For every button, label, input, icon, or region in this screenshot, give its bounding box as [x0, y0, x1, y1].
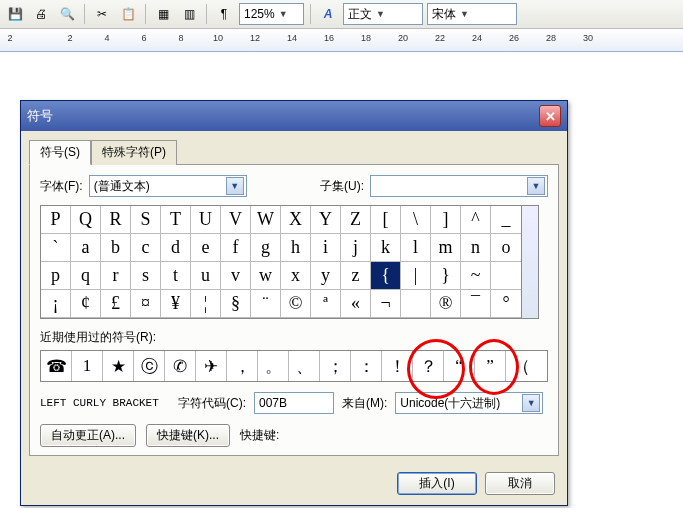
shortcut-button[interactable]: 快捷键(K)...	[146, 424, 230, 447]
grid-cell[interactable]: i	[311, 234, 341, 262]
grid-cell[interactable]: f	[221, 234, 251, 262]
grid-cell[interactable]: q	[71, 262, 101, 290]
grid-cell[interactable]: P	[41, 206, 71, 234]
cancel-button[interactable]: 取消	[485, 472, 555, 495]
grid-cell[interactable]: |	[401, 262, 431, 290]
recent-cell[interactable]: 、	[289, 351, 320, 381]
grid-cell[interactable]: m	[431, 234, 461, 262]
grid-cell[interactable]	[491, 262, 521, 290]
from-select[interactable]: Unicode(十六进制) ▼	[395, 392, 543, 414]
grid-cell[interactable]: S	[131, 206, 161, 234]
grid-cell[interactable]: `	[41, 234, 71, 262]
grid-cell[interactable]: n	[461, 234, 491, 262]
grid-cell[interactable]: ¯	[461, 290, 491, 318]
grid-cell[interactable]: s	[131, 262, 161, 290]
grid-cell[interactable]: x	[281, 262, 311, 290]
grid-cell[interactable]: ©	[281, 290, 311, 318]
grid-cell[interactable]: w	[251, 262, 281, 290]
grid-cell[interactable]: d	[161, 234, 191, 262]
grid-cell[interactable]: ¤	[131, 290, 161, 318]
recent-cell[interactable]: ！	[382, 351, 413, 381]
save-icon[interactable]: 💾	[4, 3, 26, 25]
grid-cell[interactable]: ¡	[41, 290, 71, 318]
recent-cell[interactable]: （	[506, 351, 537, 381]
grid-cell[interactable]: c	[131, 234, 161, 262]
grid-cell[interactable]: X	[281, 206, 311, 234]
grid-cell[interactable]: W	[251, 206, 281, 234]
zoom-combo[interactable]: 125% ▼	[239, 3, 304, 25]
grid-cell[interactable]: ­	[401, 290, 431, 318]
recent-cell[interactable]: ？	[413, 351, 444, 381]
grid-cell[interactable]: °	[491, 290, 521, 318]
grid-cell[interactable]: £	[101, 290, 131, 318]
grid-cell[interactable]: z	[341, 262, 371, 290]
recent-cell[interactable]: “	[444, 351, 475, 381]
subset-select[interactable]: ▼	[370, 175, 548, 197]
recent-cell[interactable]: ★	[103, 351, 134, 381]
paragraph-icon[interactable]: ¶	[213, 3, 235, 25]
recent-cell[interactable]: 。	[258, 351, 289, 381]
document-area[interactable]	[0, 52, 683, 72]
grid-cell[interactable]: ¦	[191, 290, 221, 318]
grid-cell[interactable]: ¨	[251, 290, 281, 318]
recent-cell[interactable]: ”	[475, 351, 506, 381]
grid-cell[interactable]: Z	[341, 206, 371, 234]
tab-symbols[interactable]: 符号(S)	[29, 140, 91, 165]
copy-icon[interactable]: 📋	[117, 3, 139, 25]
grid-cell[interactable]: y	[311, 262, 341, 290]
recent-cell[interactable]: ✆	[165, 351, 196, 381]
recent-cell[interactable]: ⓒ	[134, 351, 165, 381]
grid-cell[interactable]: ®	[431, 290, 461, 318]
grid-cell[interactable]: u	[191, 262, 221, 290]
autocorrect-button[interactable]: 自动更正(A)...	[40, 424, 136, 447]
grid-cell[interactable]: o	[491, 234, 521, 262]
grid-cell[interactable]: T	[161, 206, 191, 234]
grid-cell[interactable]: R	[101, 206, 131, 234]
grid-cell[interactable]: U	[191, 206, 221, 234]
grid-cell[interactable]: g	[251, 234, 281, 262]
font-style-icon[interactable]: A	[317, 3, 339, 25]
font-select[interactable]: (普通文本) ▼	[89, 175, 247, 197]
grid-cell[interactable]: [	[371, 206, 401, 234]
close-button[interactable]: ✕	[539, 105, 561, 127]
grid-cell[interactable]: e	[191, 234, 221, 262]
grid-cell[interactable]: l	[401, 234, 431, 262]
grid-cell[interactable]: Q	[71, 206, 101, 234]
tab-special[interactable]: 特殊字符(P)	[91, 140, 177, 165]
style-combo[interactable]: 正文 ▼	[343, 3, 423, 25]
recent-cell[interactable]: ：	[351, 351, 382, 381]
print-icon[interactable]: 🖨	[30, 3, 52, 25]
recent-cell[interactable]: 1	[72, 351, 103, 381]
grid-cell[interactable]: r	[101, 262, 131, 290]
grid-cell[interactable]: «	[341, 290, 371, 318]
grid-cell[interactable]: v	[221, 262, 251, 290]
grid-cell[interactable]: ¬	[371, 290, 401, 318]
table-icon[interactable]: ▦	[152, 3, 174, 25]
font-combo[interactable]: 宋体 ▼	[427, 3, 517, 25]
grid-cell[interactable]: ]	[431, 206, 461, 234]
grid-cell[interactable]: §	[221, 290, 251, 318]
recent-cell[interactable]: ；	[320, 351, 351, 381]
grid-cell[interactable]: {	[371, 262, 401, 290]
grid-cell[interactable]: k	[371, 234, 401, 262]
grid-cell[interactable]: }	[431, 262, 461, 290]
recent-cell[interactable]: ，	[227, 351, 258, 381]
grid-cell[interactable]: t	[161, 262, 191, 290]
grid-cell[interactable]: p	[41, 262, 71, 290]
grid-scrollbar[interactable]	[522, 205, 539, 319]
grid-cell[interactable]: a	[71, 234, 101, 262]
grid-cell[interactable]: ¢	[71, 290, 101, 318]
grid-cell[interactable]: _	[491, 206, 521, 234]
recent-cell[interactable]: ☎	[41, 351, 72, 381]
grid-cell[interactable]: b	[101, 234, 131, 262]
grid-cell[interactable]: ~	[461, 262, 491, 290]
recent-cell[interactable]: ✈	[196, 351, 227, 381]
preview-icon[interactable]: 🔍	[56, 3, 78, 25]
grid-cell[interactable]: V	[221, 206, 251, 234]
grid-cell[interactable]: j	[341, 234, 371, 262]
cut-icon[interactable]: ✂	[91, 3, 113, 25]
grid-cell[interactable]: Y	[311, 206, 341, 234]
grid-cell[interactable]: \	[401, 206, 431, 234]
grid-cell[interactable]: ^	[461, 206, 491, 234]
insert-button[interactable]: 插入(I)	[397, 472, 477, 495]
